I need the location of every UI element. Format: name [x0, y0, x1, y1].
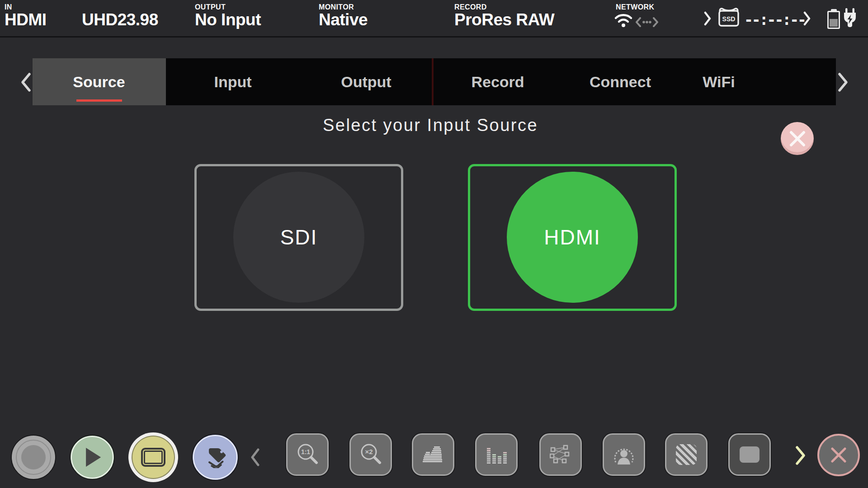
toolbar-close-button[interactable] [817, 434, 860, 476]
play-icon [86, 448, 101, 467]
tab-bar: Source Input Output Record Connect WiFi [33, 58, 836, 105]
magnifier-2x-icon: ×2 [358, 442, 383, 467]
histogram-icon [421, 445, 445, 465]
tab-source[interactable]: Source [33, 58, 166, 105]
magnifier-1to1-icon: 1:1 [295, 442, 320, 467]
tabs-scroll-right[interactable] [837, 72, 849, 94]
tab-divider [432, 58, 434, 105]
source-card-hdmi[interactable]: HDMI [468, 164, 677, 311]
ethernet-icon [636, 17, 658, 27]
sdi-circle: SDI [233, 172, 364, 303]
chevron-left-icon [20, 72, 32, 92]
play-button[interactable] [70, 435, 115, 480]
status-monitor-value: Native [319, 10, 368, 29]
dialog-close-button[interactable] [781, 122, 814, 155]
status-record-value: ProRes RAW [454, 10, 554, 29]
chevron-right-icon [803, 11, 811, 26]
page-title: Select your Input Source [323, 116, 538, 135]
metadata-tags-button[interactable] [192, 434, 239, 481]
vectorscope-icon [550, 445, 571, 465]
record-button[interactable] [11, 435, 56, 480]
status-monitor[interactable]: MONITOR Native [319, 0, 387, 36]
status-output[interactable]: OUTPUT No Input [195, 0, 267, 36]
media-prev-chevron[interactable] [703, 11, 712, 28]
focus-assist-button[interactable] [603, 433, 645, 476]
status-network-label: NETWORK [616, 3, 654, 11]
zoom-2x-button[interactable]: ×2 [349, 433, 392, 476]
tab-wifi[interactable]: WiFi [703, 73, 735, 91]
zebra-stripes-icon [676, 444, 697, 465]
status-format-value: UHD23.98 [82, 10, 158, 29]
chevron-left-icon [250, 447, 260, 467]
status-in-value: HDMI [5, 10, 47, 29]
tab-record[interactable]: Record [471, 73, 524, 91]
tab-source-label: Source [73, 73, 125, 91]
chevron-right-icon [703, 11, 712, 26]
audio-meters-icon [486, 444, 507, 465]
ssd-media-indicator[interactable]: SSD [717, 6, 741, 31]
status-bar: IN HDMI UHD23.98 OUTPUT No Input MONITOR… [0, 0, 868, 38]
zoom-1to1-button[interactable]: 1:1 [286, 433, 329, 476]
tab-output[interactable]: Output [341, 73, 391, 91]
close-icon [828, 444, 849, 466]
timecode[interactable]: --:--:-- [744, 11, 805, 28]
chevron-right-icon [837, 72, 849, 92]
monitor-icon [141, 448, 165, 467]
monitor-mode-button[interactable] [128, 432, 178, 482]
focus-person-icon [612, 444, 636, 465]
media-next-chevron[interactable] [803, 11, 811, 28]
display-options-button[interactable] [728, 433, 771, 476]
record-icon [21, 445, 46, 469]
zebra-button[interactable] [665, 433, 708, 476]
tags-icon [203, 446, 227, 468]
hdmi-label: HDMI [544, 225, 601, 249]
hdmi-circle: HDMI [507, 172, 638, 303]
svg-text:1:1: 1:1 [301, 448, 310, 455]
close-icon [788, 129, 807, 149]
chevron-right-icon [794, 445, 807, 466]
display-icon [740, 446, 760, 463]
status-network[interactable]: NETWORK [614, 0, 664, 36]
audio-meters-button[interactable] [475, 433, 518, 476]
toolbar-more-chevron[interactable] [794, 445, 807, 468]
power-plug-icon [842, 8, 858, 30]
source-card-sdi[interactable]: SDI [194, 164, 403, 311]
active-tab-underline [76, 99, 122, 102]
tabs-scroll-left[interactable] [20, 72, 32, 94]
vectorscope-button[interactable] [539, 433, 582, 476]
tab-connect[interactable]: Connect [590, 73, 651, 91]
status-record[interactable]: RECORD ProRes RAW [454, 0, 554, 36]
sdi-label: SDI [280, 225, 318, 249]
status-format[interactable]: UHD23.98 [82, 0, 159, 36]
svg-text:SSD: SSD [722, 15, 736, 23]
svg-text:×2: ×2 [365, 448, 373, 455]
ssd-icon: SSD [717, 6, 741, 29]
battery-icon [827, 9, 841, 30]
wifi-icon [614, 12, 633, 28]
status-in[interactable]: IN HDMI [5, 0, 72, 36]
histogram-button[interactable] [412, 433, 454, 476]
tab-input[interactable]: Input [214, 73, 251, 91]
toolbar-collapse-chevron[interactable] [250, 447, 260, 469]
status-output-value: No Input [195, 10, 261, 29]
